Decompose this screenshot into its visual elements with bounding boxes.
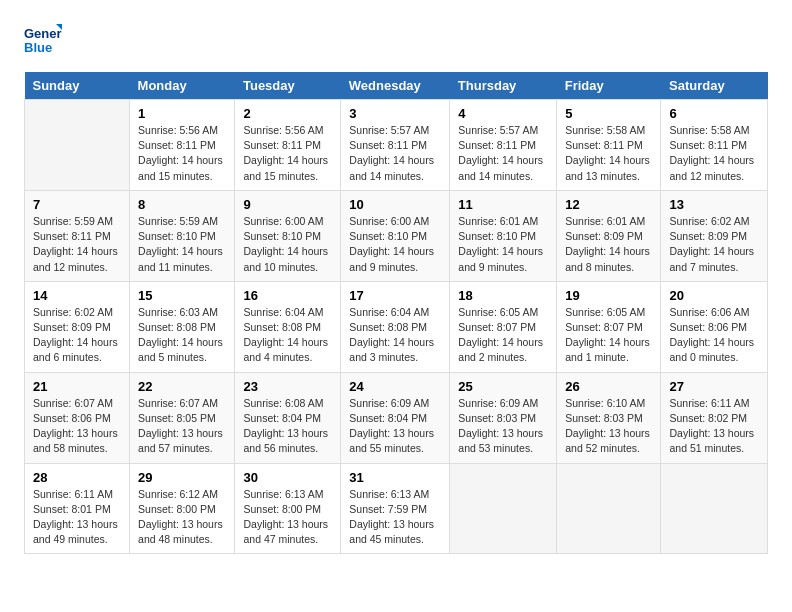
calendar-cell: 2Sunrise: 5:56 AMSunset: 8:11 PMDaylight… <box>235 100 341 191</box>
calendar-cell: 10Sunrise: 6:00 AMSunset: 8:10 PMDayligh… <box>341 190 450 281</box>
header-row: Sunday Monday Tuesday Wednesday Thursday… <box>25 72 768 100</box>
calendar-cell: 26Sunrise: 6:10 AMSunset: 8:03 PMDayligh… <box>557 372 661 463</box>
calendar-cell: 23Sunrise: 6:08 AMSunset: 8:04 PMDayligh… <box>235 372 341 463</box>
calendar-cell: 6Sunrise: 5:58 AMSunset: 8:11 PMDaylight… <box>661 100 768 191</box>
day-number: 11 <box>458 197 548 212</box>
calendar-cell: 4Sunrise: 5:57 AMSunset: 8:11 PMDaylight… <box>450 100 557 191</box>
svg-text:General: General <box>24 26 62 41</box>
cell-info: Sunrise: 6:12 AMSunset: 8:00 PMDaylight:… <box>138 487 226 548</box>
col-friday: Friday <box>557 72 661 100</box>
cell-info: Sunrise: 5:57 AMSunset: 8:11 PMDaylight:… <box>458 123 548 184</box>
day-number: 8 <box>138 197 226 212</box>
day-number: 28 <box>33 470 121 485</box>
day-number: 1 <box>138 106 226 121</box>
calendar-cell: 20Sunrise: 6:06 AMSunset: 8:06 PMDayligh… <box>661 281 768 372</box>
day-number: 12 <box>565 197 652 212</box>
calendar-cell: 15Sunrise: 6:03 AMSunset: 8:08 PMDayligh… <box>130 281 235 372</box>
day-number: 19 <box>565 288 652 303</box>
cell-info: Sunrise: 6:02 AMSunset: 8:09 PMDaylight:… <box>669 214 759 275</box>
calendar-cell: 11Sunrise: 6:01 AMSunset: 8:10 PMDayligh… <box>450 190 557 281</box>
cell-info: Sunrise: 5:56 AMSunset: 8:11 PMDaylight:… <box>138 123 226 184</box>
day-number: 23 <box>243 379 332 394</box>
col-sunday: Sunday <box>25 72 130 100</box>
calendar-cell <box>557 463 661 554</box>
day-number: 27 <box>669 379 759 394</box>
week-row-5: 28Sunrise: 6:11 AMSunset: 8:01 PMDayligh… <box>25 463 768 554</box>
calendar-cell: 29Sunrise: 6:12 AMSunset: 8:00 PMDayligh… <box>130 463 235 554</box>
calendar-cell: 16Sunrise: 6:04 AMSunset: 8:08 PMDayligh… <box>235 281 341 372</box>
col-tuesday: Tuesday <box>235 72 341 100</box>
day-number: 29 <box>138 470 226 485</box>
header: General Blue <box>24 20 768 62</box>
cell-info: Sunrise: 6:06 AMSunset: 8:06 PMDaylight:… <box>669 305 759 366</box>
calendar-cell: 17Sunrise: 6:04 AMSunset: 8:08 PMDayligh… <box>341 281 450 372</box>
week-row-2: 7Sunrise: 5:59 AMSunset: 8:11 PMDaylight… <box>25 190 768 281</box>
cell-info: Sunrise: 6:09 AMSunset: 8:04 PMDaylight:… <box>349 396 441 457</box>
calendar-cell: 30Sunrise: 6:13 AMSunset: 8:00 PMDayligh… <box>235 463 341 554</box>
cell-info: Sunrise: 5:56 AMSunset: 8:11 PMDaylight:… <box>243 123 332 184</box>
cell-info: Sunrise: 6:05 AMSunset: 8:07 PMDaylight:… <box>458 305 548 366</box>
calendar-cell: 7Sunrise: 5:59 AMSunset: 8:11 PMDaylight… <box>25 190 130 281</box>
day-number: 20 <box>669 288 759 303</box>
logo-icon: General Blue <box>24 20 62 58</box>
col-thursday: Thursday <box>450 72 557 100</box>
cell-info: Sunrise: 6:01 AMSunset: 8:09 PMDaylight:… <box>565 214 652 275</box>
day-number: 2 <box>243 106 332 121</box>
cell-info: Sunrise: 5:58 AMSunset: 8:11 PMDaylight:… <box>565 123 652 184</box>
cell-info: Sunrise: 6:00 AMSunset: 8:10 PMDaylight:… <box>349 214 441 275</box>
cell-info: Sunrise: 6:09 AMSunset: 8:03 PMDaylight:… <box>458 396 548 457</box>
day-number: 5 <box>565 106 652 121</box>
day-number: 10 <box>349 197 441 212</box>
calendar-cell: 3Sunrise: 5:57 AMSunset: 8:11 PMDaylight… <box>341 100 450 191</box>
cell-info: Sunrise: 6:13 AMSunset: 8:00 PMDaylight:… <box>243 487 332 548</box>
day-number: 22 <box>138 379 226 394</box>
day-number: 21 <box>33 379 121 394</box>
calendar-cell <box>450 463 557 554</box>
cell-info: Sunrise: 6:02 AMSunset: 8:09 PMDaylight:… <box>33 305 121 366</box>
calendar-cell: 24Sunrise: 6:09 AMSunset: 8:04 PMDayligh… <box>341 372 450 463</box>
cell-info: Sunrise: 5:59 AMSunset: 8:11 PMDaylight:… <box>33 214 121 275</box>
calendar-cell: 14Sunrise: 6:02 AMSunset: 8:09 PMDayligh… <box>25 281 130 372</box>
cell-info: Sunrise: 6:11 AMSunset: 8:02 PMDaylight:… <box>669 396 759 457</box>
cell-info: Sunrise: 5:59 AMSunset: 8:10 PMDaylight:… <box>138 214 226 275</box>
day-number: 15 <box>138 288 226 303</box>
day-number: 13 <box>669 197 759 212</box>
calendar-cell: 22Sunrise: 6:07 AMSunset: 8:05 PMDayligh… <box>130 372 235 463</box>
col-wednesday: Wednesday <box>341 72 450 100</box>
calendar-cell: 19Sunrise: 6:05 AMSunset: 8:07 PMDayligh… <box>557 281 661 372</box>
day-number: 14 <box>33 288 121 303</box>
day-number: 31 <box>349 470 441 485</box>
logo: General Blue <box>24 20 62 62</box>
calendar-cell: 28Sunrise: 6:11 AMSunset: 8:01 PMDayligh… <box>25 463 130 554</box>
day-number: 6 <box>669 106 759 121</box>
cell-info: Sunrise: 6:05 AMSunset: 8:07 PMDaylight:… <box>565 305 652 366</box>
week-row-4: 21Sunrise: 6:07 AMSunset: 8:06 PMDayligh… <box>25 372 768 463</box>
cell-info: Sunrise: 6:07 AMSunset: 8:05 PMDaylight:… <box>138 396 226 457</box>
calendar-cell: 18Sunrise: 6:05 AMSunset: 8:07 PMDayligh… <box>450 281 557 372</box>
col-saturday: Saturday <box>661 72 768 100</box>
calendar-cell: 31Sunrise: 6:13 AMSunset: 7:59 PMDayligh… <box>341 463 450 554</box>
day-number: 7 <box>33 197 121 212</box>
calendar-cell <box>661 463 768 554</box>
cell-info: Sunrise: 6:01 AMSunset: 8:10 PMDaylight:… <box>458 214 548 275</box>
cell-info: Sunrise: 6:08 AMSunset: 8:04 PMDaylight:… <box>243 396 332 457</box>
day-number: 26 <box>565 379 652 394</box>
week-row-3: 14Sunrise: 6:02 AMSunset: 8:09 PMDayligh… <box>25 281 768 372</box>
calendar-cell: 9Sunrise: 6:00 AMSunset: 8:10 PMDaylight… <box>235 190 341 281</box>
cell-info: Sunrise: 6:13 AMSunset: 7:59 PMDaylight:… <box>349 487 441 548</box>
calendar-body: 1Sunrise: 5:56 AMSunset: 8:11 PMDaylight… <box>25 100 768 554</box>
calendar-cell: 21Sunrise: 6:07 AMSunset: 8:06 PMDayligh… <box>25 372 130 463</box>
cell-info: Sunrise: 5:57 AMSunset: 8:11 PMDaylight:… <box>349 123 441 184</box>
day-number: 18 <box>458 288 548 303</box>
week-row-1: 1Sunrise: 5:56 AMSunset: 8:11 PMDaylight… <box>25 100 768 191</box>
cell-info: Sunrise: 6:04 AMSunset: 8:08 PMDaylight:… <box>349 305 441 366</box>
cell-info: Sunrise: 5:58 AMSunset: 8:11 PMDaylight:… <box>669 123 759 184</box>
calendar-cell <box>25 100 130 191</box>
calendar-cell: 13Sunrise: 6:02 AMSunset: 8:09 PMDayligh… <box>661 190 768 281</box>
day-number: 25 <box>458 379 548 394</box>
calendar-cell: 12Sunrise: 6:01 AMSunset: 8:09 PMDayligh… <box>557 190 661 281</box>
cell-info: Sunrise: 6:00 AMSunset: 8:10 PMDaylight:… <box>243 214 332 275</box>
col-monday: Monday <box>130 72 235 100</box>
cell-info: Sunrise: 6:04 AMSunset: 8:08 PMDaylight:… <box>243 305 332 366</box>
svg-text:Blue: Blue <box>24 40 52 55</box>
